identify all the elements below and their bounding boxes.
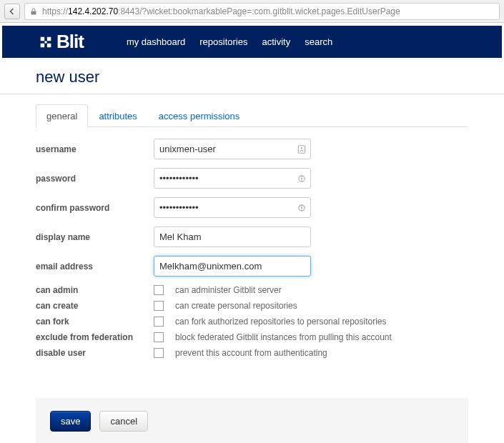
input-wrap-username (154, 139, 311, 159)
row-can-fork: can fork can fork authorized repositorie… (36, 317, 468, 327)
button-bar: save cancel (36, 398, 468, 443)
label-confirm: confirm password (36, 203, 154, 213)
desc-can-create: can create personal repositories (175, 301, 297, 311)
label-username: username (36, 144, 154, 154)
cancel-button[interactable]: cancel (99, 411, 148, 432)
browser-bar: https://142.4.202.70:8443/?wicket:bookma… (0, 0, 504, 23)
row-displayname: display name (36, 227, 468, 247)
url-host: 142.4.202.70 (68, 6, 118, 16)
row-disable: disable user prevent this account from a… (36, 348, 468, 358)
row-username: username (36, 139, 468, 159)
input-wrap-password (154, 168, 311, 189)
svg-rect-2 (298, 145, 305, 153)
key-icon (297, 174, 307, 184)
row-email: email address (36, 256, 468, 277)
checkbox-exclude[interactable] (154, 332, 164, 342)
url-path: :8443/?wicket:bookmarkablePage=:com.gitb… (118, 6, 400, 16)
tab-attributes[interactable]: attributes (88, 104, 147, 127)
label-can-create: can create (36, 301, 154, 311)
tab-access-permissions[interactable]: access permissions (148, 104, 250, 127)
checkbox-disable[interactable] (154, 348, 164, 358)
nav-activity[interactable]: activity (262, 36, 290, 47)
label-displayname: display name (36, 232, 154, 242)
logo-text: Blit (56, 31, 84, 53)
save-button[interactable]: save (50, 411, 91, 432)
nav-dashboard[interactable]: my dashboard (127, 36, 185, 47)
label-password: password (36, 174, 154, 184)
svg-point-5 (301, 177, 302, 179)
svg-point-7 (301, 206, 302, 208)
desc-can-admin: can administer Gitblit server (175, 285, 282, 295)
row-password: password (36, 168, 468, 189)
svg-rect-0 (31, 11, 36, 14)
svg-point-1 (44, 41, 47, 44)
lock-icon (29, 7, 38, 16)
row-can-admin: can admin can administer Gitblit server (36, 285, 468, 295)
content: general attributes access permissions us… (0, 94, 504, 443)
displayname-input[interactable] (154, 227, 311, 247)
svg-point-3 (301, 147, 302, 149)
nav-repositories[interactable]: repositories (199, 36, 247, 47)
logo[interactable]: Blit (38, 31, 84, 53)
email-input[interactable] (154, 256, 311, 277)
label-can-admin: can admin (36, 285, 154, 295)
url-protocol: https:// (42, 6, 68, 16)
checkbox-can-create[interactable] (154, 301, 164, 311)
input-wrap-confirm (154, 197, 311, 218)
arrow-left-icon (8, 7, 16, 16)
label-can-fork: can fork (36, 317, 154, 327)
key-icon (297, 203, 307, 213)
confirm-password-input[interactable] (154, 197, 311, 218)
desc-exclude: block federated Gitblit instances from p… (175, 332, 392, 342)
form: username password confirm password displ… (36, 127, 468, 378)
desc-disable: prevent this account from authenticating (175, 348, 327, 358)
tab-general[interactable]: general (36, 104, 88, 127)
label-exclude: exclude from federation (36, 332, 154, 342)
page-title: new user (0, 58, 504, 94)
username-input[interactable] (154, 139, 311, 159)
desc-can-fork: can fork authorized repositories to pers… (175, 317, 387, 327)
nav-search[interactable]: search (305, 36, 332, 47)
label-email: email address (36, 262, 154, 272)
checkbox-can-admin[interactable] (154, 285, 164, 295)
row-can-create: can create can create personal repositor… (36, 301, 468, 311)
url-bar[interactable]: https://142.4.202.70:8443/?wicket:bookma… (24, 3, 500, 20)
label-disable: disable user (36, 348, 154, 358)
nav-links: my dashboard repositories activity searc… (127, 36, 332, 47)
row-confirm: confirm password (36, 197, 468, 218)
back-button[interactable] (4, 4, 20, 19)
password-input[interactable] (154, 168, 311, 189)
git-icon (38, 34, 54, 50)
navbar: Blit my dashboard repositories activity … (2, 26, 502, 58)
checkbox-can-fork[interactable] (154, 317, 164, 327)
tabs: general attributes access permissions (36, 104, 468, 127)
row-exclude: exclude from federation block federated … (36, 332, 468, 342)
contact-icon (297, 144, 307, 154)
